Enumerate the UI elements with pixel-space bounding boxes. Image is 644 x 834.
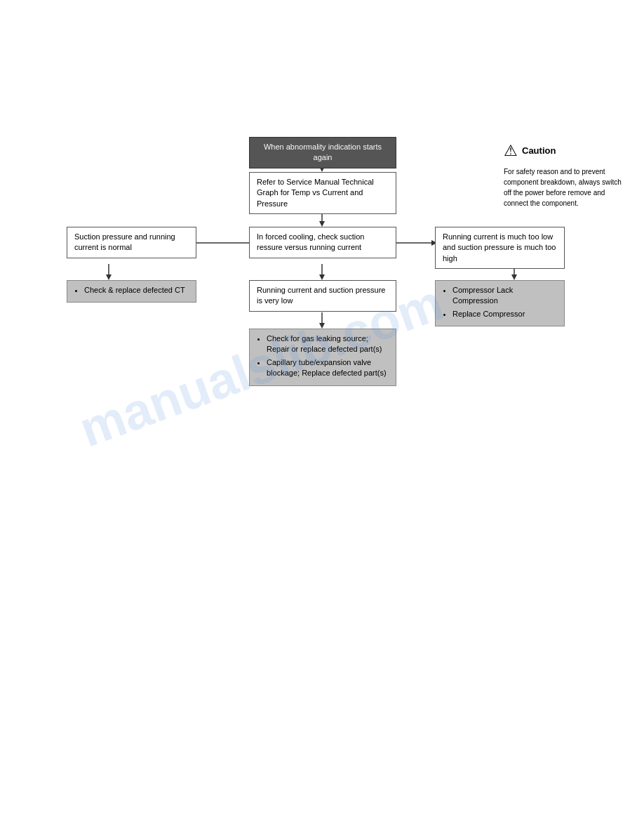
right-action-box: Compressor Lack Compression Replace Comp… xyxy=(435,280,565,326)
list-item: Check for gas leaking source; Repair or … xyxy=(267,333,390,355)
center-action-box: Check for gas leaking source; Repair or … xyxy=(249,329,396,386)
caution-text: For safety reason and to prevent compone… xyxy=(504,166,623,208)
step2-box: Refer to Service Manual Technical Graph … xyxy=(249,172,396,214)
left-action-box: Check & replace defected CT xyxy=(67,280,196,303)
caution-header: ⚠ Caution xyxy=(504,140,623,162)
list-item: Capillary tube/expansion valve blockage;… xyxy=(267,357,390,379)
right-action-list: Compressor Lack Compression Replace Comp… xyxy=(440,285,558,319)
center-action-list: Check for gas leaking source; Repair or … xyxy=(254,333,390,379)
start-box: When abnormality indication starts again xyxy=(249,137,396,168)
svg-marker-9 xyxy=(106,274,112,280)
list-item: Compressor Lack Compression xyxy=(452,285,558,307)
list-item: Replace Compressor xyxy=(452,309,558,319)
center-sub-box: Running current and suction pressure is … xyxy=(249,280,396,312)
svg-marker-13 xyxy=(511,274,517,280)
svg-marker-3 xyxy=(319,221,325,227)
svg-marker-11 xyxy=(319,274,325,280)
right-box: Running current is much too low and suct… xyxy=(435,227,565,269)
caution-section: ⚠ Caution For safety reason and to preve… xyxy=(504,140,623,208)
arrows-svg xyxy=(0,0,644,834)
page-container: manualslib.com When abnormality indicati… xyxy=(0,0,644,834)
left-box: Suction pressure and running current is … xyxy=(67,227,196,258)
svg-marker-15 xyxy=(319,323,325,329)
list-item: Check & replace defected CT xyxy=(84,285,190,296)
left-action-list: Check & replace defected CT xyxy=(72,285,190,296)
center-box: In forced cooling, check suction ressure… xyxy=(249,227,396,258)
caution-icon: ⚠ xyxy=(504,140,518,162)
caution-label: Caution xyxy=(522,145,556,157)
